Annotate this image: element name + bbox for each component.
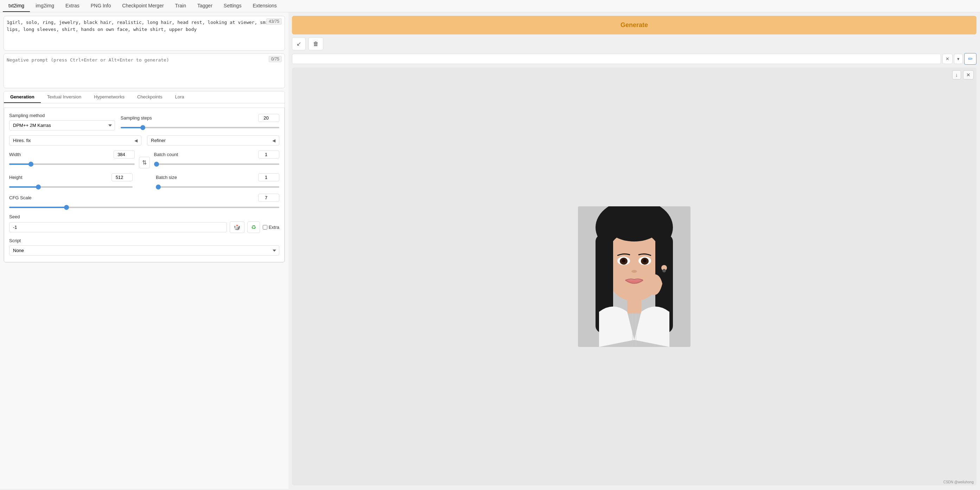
extra-label: Extra [269, 225, 279, 230]
sampling-steps-input[interactable] [258, 114, 279, 122]
nav-img2img[interactable]: img2img [30, 0, 60, 12]
positive-token-count: 43/75 [266, 18, 282, 25]
sampling-method-select[interactable]: DPM++ 2M Karras [9, 120, 115, 130]
tab-hypernetworks[interactable]: Hypernetworks [88, 91, 131, 103]
svg-point-12 [643, 259, 646, 263]
positive-prompt-box: 43/75 [3, 16, 285, 51]
negative-token-count: 0/75 [269, 56, 282, 62]
script-section: Script None [9, 238, 279, 255]
svg-rect-6 [627, 296, 641, 314]
dice-button[interactable]: 🎲 [230, 222, 245, 233]
cfg-scale-row: CFG Scale [9, 193, 279, 209]
svg-point-5 [606, 206, 662, 241]
nav-tagger[interactable]: Tagger [192, 0, 218, 12]
recycle-button[interactable]: ♻ [247, 222, 260, 233]
hires-fix-toggle[interactable]: Hires. fix ◀ [9, 135, 142, 146]
tab-generation[interactable]: Generation [4, 91, 41, 103]
cfg-scale-input[interactable] [258, 193, 279, 202]
tab-checkpoints[interactable]: Checkpoints [131, 91, 169, 103]
svg-point-15 [662, 269, 666, 273]
height-input[interactable] [111, 173, 133, 181]
nav-train[interactable]: Train [170, 0, 192, 12]
script-select[interactable]: None [9, 245, 279, 255]
sampling-method-label: Sampling method [9, 113, 115, 118]
sampling-method-col: Sampling method DPM++ 2M Karras [9, 113, 115, 130]
cfg-scale-slider[interactable] [9, 207, 279, 208]
tab-lora[interactable]: Lora [169, 91, 190, 103]
batch-count-slider[interactable] [154, 163, 280, 165]
download-image-button[interactable]: ↓ [952, 70, 961, 79]
refiner-arrow-icon: ◀ [272, 138, 275, 143]
image-action-buttons: ↓ ✕ [952, 70, 974, 79]
model-select-row: ✕ ▾ ✏ [292, 53, 977, 65]
nav-txt2img[interactable]: txt2img [3, 0, 30, 12]
negative-prompt-box: 0/75 [3, 54, 285, 88]
generated-image-area: ↓ ✕ CSDN @weiluhong [292, 68, 977, 485]
close-image-button[interactable]: ✕ [963, 70, 974, 79]
sampling-steps-col: Sampling steps [121, 114, 279, 129]
width-slider[interactable] [9, 163, 135, 165]
hires-fix-label: Hires. fix [13, 138, 31, 143]
hires-fix-col: Hires. fix ◀ [9, 135, 142, 146]
sampling-steps-label: Sampling steps [121, 115, 152, 121]
sampling-steps-slider[interactable] [121, 127, 279, 128]
height-label: Height [9, 175, 22, 180]
nav-pnginfo[interactable]: PNG Info [85, 0, 117, 12]
batch-size-col: Batch size [156, 173, 279, 189]
extra-checkbox-label[interactable]: Extra [263, 225, 279, 230]
watermark: CSDN @weiluhong [943, 480, 974, 484]
sampling-row: Sampling method DPM++ 2M Karras Sampling… [9, 113, 279, 130]
positive-prompt-input[interactable] [7, 19, 282, 46]
refiner-label: Refiner [151, 138, 165, 143]
refiner-toggle[interactable]: Refiner ◀ [147, 135, 279, 146]
action-row: ↙ 🗑 [292, 37, 977, 50]
model-input[interactable] [292, 54, 941, 64]
batch-count-label: Batch count [154, 152, 178, 157]
nav-checkpoint-merger[interactable]: Checkpoint Merger [116, 0, 169, 12]
batch-size-slider[interactable] [156, 186, 279, 188]
tab-textual-inversion[interactable]: Textual Inversion [41, 91, 88, 103]
seed-label: Seed [9, 214, 279, 219]
batch-size-label: Batch size [156, 175, 177, 180]
send-to-img2img-button[interactable]: ↙ [292, 37, 305, 50]
delete-button[interactable]: 🗑 [309, 37, 323, 50]
generated-image [578, 206, 690, 347]
seed-row: 🎲 ♻ Extra [9, 222, 279, 233]
hires-refiner-row: Hires. fix ◀ Refiner ◀ [9, 135, 279, 146]
left-panel: 43/75 0/75 Generation Textual Inversion … [0, 12, 288, 489]
edit-model-button[interactable]: ✏ [964, 53, 977, 65]
cfg-scale-label: CFG Scale [9, 195, 32, 200]
swap-col: ⇅ [139, 151, 150, 168]
controls-area: Sampling method DPM++ 2M Karras Sampling… [4, 108, 285, 262]
width-col: Width [9, 151, 135, 168]
swap-dimensions-button[interactable]: ⇅ [139, 157, 150, 168]
swap-spacer [137, 173, 152, 189]
clear-model-button[interactable]: ✕ [942, 54, 953, 64]
generate-button[interactable]: Generate [292, 16, 977, 35]
svg-point-9 [622, 259, 625, 263]
model-dropdown-button[interactable]: ▾ [954, 54, 963, 64]
width-input[interactable] [114, 151, 135, 159]
script-label: Script [9, 238, 279, 243]
nav-settings[interactable]: Settings [218, 0, 247, 12]
extra-checkbox[interactable] [263, 225, 267, 230]
refiner-col: Refiner ◀ [147, 135, 279, 146]
svg-point-13 [632, 270, 637, 273]
width-label: Width [9, 152, 21, 157]
seed-section: Seed 🎲 ♻ Extra [9, 214, 279, 233]
size-batch-row: Width ⇅ Batch count [9, 151, 279, 168]
hires-fix-arrow-icon: ◀ [134, 138, 138, 143]
nav-extensions[interactable]: Extensions [247, 0, 282, 12]
batch-size-input[interactable] [258, 173, 279, 181]
nav-extras[interactable]: Extras [60, 0, 85, 12]
height-col: Height [9, 173, 133, 189]
batch-count-col: Batch count [154, 151, 280, 168]
height-slider[interactable] [9, 186, 133, 188]
generation-tabs: Generation Textual Inversion Hypernetwor… [4, 91, 285, 103]
top-nav: txt2img img2img Extras PNG Info Checkpoi… [0, 0, 980, 12]
seed-input[interactable] [9, 222, 227, 232]
negative-prompt-input[interactable] [7, 57, 282, 84]
height-batchsize-row: Height Batch size [9, 173, 279, 189]
batch-count-input[interactable] [258, 151, 279, 159]
right-panel: Generate ↙ 🗑 ✕ ▾ ✏ [288, 12, 980, 489]
